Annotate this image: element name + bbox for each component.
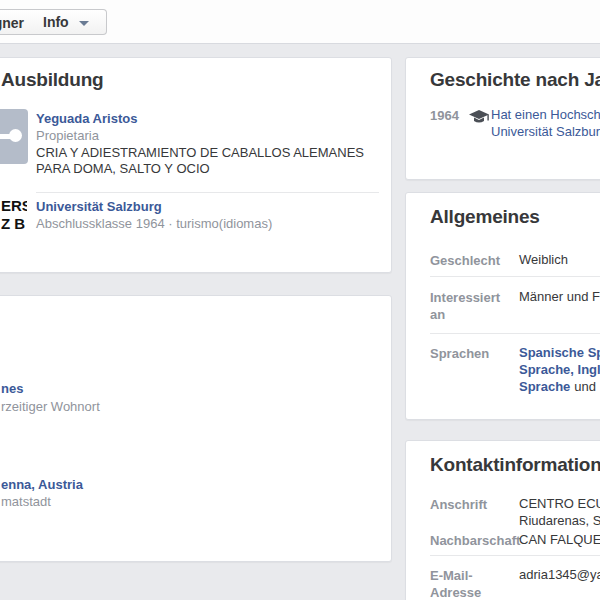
work-education-card: Ausbildung Yeguada Aristos Propietaria C… bbox=[0, 57, 392, 273]
interested-in-label: Interessiert an bbox=[430, 289, 510, 323]
entry-divider bbox=[36, 192, 379, 193]
contact-card-title: Kontaktinformationen bbox=[430, 454, 600, 476]
address-value: CENTRO ECUEST bbox=[519, 496, 600, 511]
university-logo-text: ERS bbox=[1, 197, 27, 215]
email-label: E-Mail-Adresse bbox=[430, 567, 490, 600]
history-year: 1964 bbox=[430, 108, 459, 123]
row-divider bbox=[430, 276, 600, 277]
languages-connector-text: und bbox=[574, 379, 596, 394]
email-value: adria1345@yah bbox=[519, 567, 600, 582]
work-placeholder-icon bbox=[0, 109, 28, 164]
neighborhood-value: CAN FALQUES bbox=[519, 532, 600, 547]
work-entry-description: CRIA Y ADIESTRAMIENTO DE CABALLOS ALEMAN… bbox=[36, 145, 366, 177]
language-link[interactable]: Sprache bbox=[519, 379, 570, 394]
university-entry-details: Abschlussklasse 1964 · turismo(idiomas) bbox=[36, 216, 272, 231]
history-event-link[interactable]: Universität Salzburg bbox=[491, 124, 600, 139]
gender-label: Geschlecht bbox=[430, 252, 500, 269]
basic-info-card: Allgemeines Geschlecht Weiblich Interess… bbox=[405, 192, 600, 420]
caret-down-icon bbox=[79, 21, 89, 26]
basic-info-card-title: Allgemeines bbox=[430, 206, 540, 228]
hometown-label: matstadt bbox=[1, 494, 51, 509]
row-divider bbox=[430, 333, 600, 334]
info-tab-button[interactable]: Info bbox=[33, 9, 107, 35]
gender-value: Weiblich bbox=[519, 252, 568, 267]
toolbar: gner Info bbox=[0, 0, 600, 44]
address-label: Anschrift bbox=[430, 496, 487, 513]
current-city-link[interactable]: nes bbox=[1, 381, 23, 396]
hometown-link[interactable]: enna, Austria bbox=[1, 477, 83, 492]
language-links-row: SpracheundK bbox=[519, 379, 600, 394]
places-card: nes rzeitiger Wohnort enna, Austria mats… bbox=[0, 295, 392, 562]
education-card-title: Ausbildung bbox=[1, 69, 103, 91]
interested-in-value: Männer und Frau bbox=[519, 289, 600, 304]
language-link[interactable]: Sprache, Ingle bbox=[519, 362, 600, 377]
university-logo: ERS Z B bbox=[1, 197, 27, 237]
contact-info-card: Kontaktinformationen Anschrift CENTRO EC… bbox=[405, 440, 600, 600]
info-tab-label: Info bbox=[43, 9, 69, 35]
work-entry-title-link[interactable]: Yeguada Aristos bbox=[36, 111, 137, 126]
history-card-title: Geschichte nach Jahr bbox=[430, 69, 600, 91]
university-entry-title-link[interactable]: Universität Salzburg bbox=[36, 199, 162, 214]
language-link[interactable]: Spanische Spr bbox=[519, 345, 600, 360]
history-event-link[interactable]: Hat einen Hochschulab bbox=[491, 107, 600, 122]
history-by-year-card: Geschichte nach Jahr 1964 Hat einen Hoch… bbox=[405, 57, 600, 180]
work-entry-role: Propietaria bbox=[36, 128, 99, 143]
languages-label: Sprachen bbox=[430, 345, 489, 362]
row-divider bbox=[430, 555, 600, 556]
neighborhood-label: Nachbarschaft bbox=[430, 532, 520, 549]
current-city-label: rzeitiger Wohnort bbox=[1, 399, 100, 414]
work-icon-shape bbox=[9, 129, 22, 142]
graduation-cap-icon bbox=[469, 110, 489, 129]
university-logo-text: Z B bbox=[1, 215, 27, 233]
address-value: Riudarenas, Spa bbox=[519, 513, 600, 528]
cut-off-tab-button[interactable]: gner bbox=[0, 9, 34, 35]
